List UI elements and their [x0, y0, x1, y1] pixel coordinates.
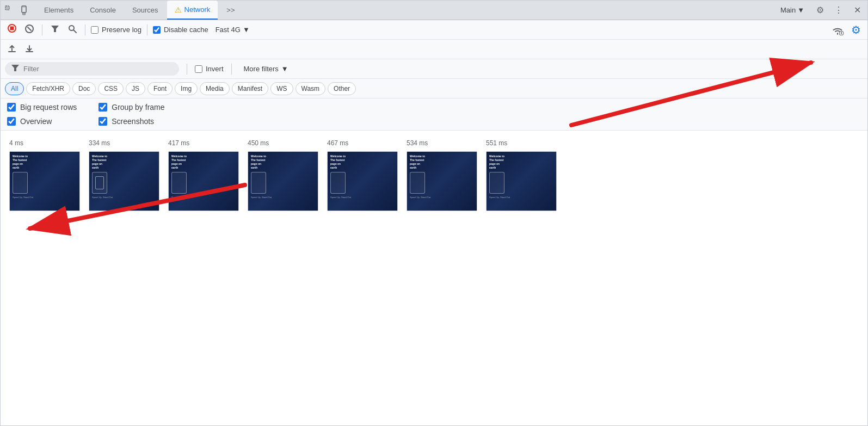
- ts-3: 450 ms: [248, 139, 318, 147]
- filter-icon: [51, 24, 59, 35]
- main-dropdown-arrow: ▼: [797, 6, 804, 14]
- filter-input[interactable]: [23, 65, 173, 73]
- tab-elements[interactable]: Elements: [36, 1, 81, 20]
- svg-rect-1: [6, 7, 9, 9]
- big-request-rows-label-wrap[interactable]: Big request rows: [7, 103, 77, 112]
- more-dots-icon: ⋮: [834, 5, 843, 15]
- upload-icon: [7, 44, 17, 55]
- disable-cache-checkbox[interactable]: [153, 26, 161, 34]
- screenshots-checkbox[interactable]: [99, 117, 107, 126]
- preserve-log-label-wrap[interactable]: Preserve log: [91, 26, 141, 34]
- screenshot-thumb-0[interactable]: Welcome toThe fastestpage onearth Speed …: [9, 151, 80, 211]
- tab-more[interactable]: >>: [219, 1, 242, 20]
- screenshots-label: Screenshots: [112, 117, 154, 126]
- screenshot-thumb-6[interactable]: Welcome toThe fastestpage onearth Speed …: [486, 151, 557, 211]
- filter-input-wrap: [5, 62, 179, 76]
- stop-icon: [7, 23, 17, 36]
- svg-marker-9: [51, 26, 59, 32]
- more-filters-button[interactable]: More filters ▼: [239, 63, 293, 75]
- search-button[interactable]: [65, 23, 79, 37]
- filter-toggle-button[interactable]: [48, 23, 62, 37]
- screenshot-thumbnails: Welcome toThe fastestpage onearth Speed …: [9, 151, 859, 211]
- big-request-rows-checkbox[interactable]: [7, 103, 16, 112]
- svg-rect-3: [23, 13, 25, 15]
- screenshot-thumb-1[interactable]: Welcome toThe fastestpage onearth Speed …: [89, 151, 159, 211]
- clear-icon: [24, 24, 34, 35]
- type-filter-js[interactable]: JS: [126, 82, 145, 95]
- overview-checkbox[interactable]: [7, 117, 16, 126]
- disable-cache-text: Disable cache: [164, 26, 208, 34]
- overview-label-wrap[interactable]: Overview: [7, 117, 52, 126]
- type-filter-img[interactable]: Img: [175, 82, 198, 95]
- network-settings-button[interactable]: ⚙: [849, 23, 863, 37]
- gear-blue-icon: ⚙: [851, 23, 861, 36]
- svg-line-8: [27, 27, 31, 30]
- tab-sources[interactable]: Sources: [125, 1, 166, 20]
- ts-2: 417 ms: [168, 139, 239, 147]
- filter-divider2: [231, 64, 232, 75]
- tab-bar-right: Main ▼ ⚙ ⋮ ✕: [776, 3, 864, 17]
- main-dropdown[interactable]: Main ▼: [776, 4, 809, 16]
- download-icon: [24, 44, 34, 55]
- options-right: Group by frame Screenshots: [99, 103, 164, 126]
- disable-cache-label-wrap[interactable]: Disable cache: [153, 26, 208, 34]
- ts-5: 534 ms: [407, 139, 477, 147]
- tab-sources-label: Sources: [132, 6, 158, 14]
- type-filter-doc[interactable]: Doc: [72, 82, 96, 95]
- wifi-settings-button[interactable]: [829, 22, 846, 38]
- preserve-log-group: Preserve log: [91, 26, 141, 34]
- type-filter-row: All Fetch/XHR Doc CSS JS Font Img Media …: [1, 79, 867, 98]
- type-filter-other[interactable]: Other: [328, 82, 356, 95]
- invert-label: Invert: [206, 65, 224, 73]
- type-filter-ws[interactable]: WS: [270, 82, 293, 95]
- group-by-frame-label-wrap[interactable]: Group by frame: [99, 103, 164, 112]
- throttle-dropdown-arrow: ▼: [243, 26, 250, 34]
- screenshot-thumb-3[interactable]: Welcome toThe fastestpage onearth Speed …: [248, 151, 318, 211]
- options-row: Big request rows Overview Group by frame: [1, 98, 867, 131]
- settings-button[interactable]: ⚙: [813, 3, 827, 17]
- type-filter-media[interactable]: Media: [200, 82, 230, 95]
- main-label: Main: [780, 6, 796, 14]
- download-button[interactable]: [22, 42, 36, 57]
- type-filter-fetch-xhr[interactable]: Fetch/XHR: [26, 82, 70, 95]
- ts-4: 467 ms: [327, 139, 398, 147]
- screenshots-label-wrap[interactable]: Screenshots: [99, 117, 154, 126]
- type-filter-css[interactable]: CSS: [98, 82, 124, 95]
- svg-line-11: [73, 30, 76, 33]
- throttle-dropdown[interactable]: Fast 4G ▼: [212, 23, 254, 36]
- tab-elements-label: Elements: [44, 6, 73, 14]
- upload-button[interactable]: [5, 42, 19, 57]
- more-filters-label: More filters: [244, 65, 279, 73]
- screenshot-thumb-4[interactable]: Welcome toThe fastestpage onearth Speed …: [327, 151, 398, 211]
- more-options-button[interactable]: ⋮: [832, 3, 846, 17]
- group-by-frame-label: Group by frame: [112, 103, 164, 112]
- record-stop-button[interactable]: [5, 23, 19, 37]
- screenshot-thumb-5[interactable]: Welcome toThe fastestpage onearth Speed …: [407, 151, 477, 211]
- preserve-log-text: Preserve log: [102, 26, 141, 34]
- type-filter-all[interactable]: All: [5, 82, 24, 95]
- type-filter-font[interactable]: Font: [147, 82, 173, 95]
- invert-label-wrap[interactable]: Invert: [195, 65, 224, 73]
- preserve-log-checkbox[interactable]: [91, 26, 99, 34]
- tab-network[interactable]: ⚠ Network: [167, 1, 218, 20]
- overview-label: Overview: [20, 117, 52, 126]
- toolbar-row2: [1, 40, 867, 59]
- svg-rect-6: [10, 27, 14, 30]
- divider2: [85, 24, 85, 35]
- warning-icon: ⚠: [175, 5, 182, 14]
- svg-rect-4: [22, 6, 26, 8]
- clear-button[interactable]: [22, 23, 36, 37]
- big-request-rows-group: Big request rows: [7, 103, 77, 112]
- tab-console[interactable]: Console: [82, 1, 124, 20]
- mobile-icon[interactable]: [19, 4, 31, 16]
- cursor-icon[interactable]: [4, 4, 16, 16]
- invert-checkbox[interactable]: [195, 65, 202, 73]
- group-by-frame-checkbox[interactable]: [99, 103, 107, 112]
- type-filter-wasm[interactable]: Wasm: [296, 82, 326, 95]
- screenshots-group: Screenshots: [99, 117, 164, 126]
- screenshot-thumb-2[interactable]: Welcome toThe fastestpage onearth Speed …: [168, 151, 239, 211]
- toolbar-row1: Preserve log Disable cache Fast 4G ▼: [1, 20, 867, 40]
- close-button[interactable]: ✕: [850, 3, 864, 17]
- type-filter-manifest[interactable]: Manifest: [232, 82, 268, 95]
- throttle-label: Fast 4G: [216, 26, 241, 34]
